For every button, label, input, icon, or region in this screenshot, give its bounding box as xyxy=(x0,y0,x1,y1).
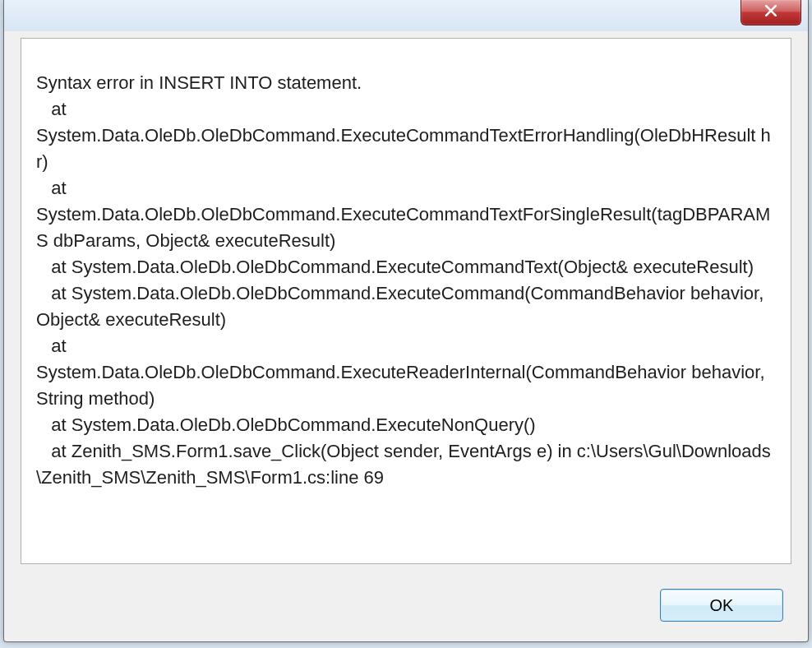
error-message-text: Syntax error in INSERT INTO statement. a… xyxy=(36,70,776,491)
message-box-dialog: Syntax error in INSERT INTO statement. a… xyxy=(3,0,809,642)
message-content-panel: Syntax error in INSERT INTO statement. a… xyxy=(21,38,791,564)
button-row: OK xyxy=(660,589,783,622)
titlebar[interactable] xyxy=(4,0,808,31)
close-icon xyxy=(764,5,778,20)
ok-button[interactable]: OK xyxy=(660,589,783,622)
close-button[interactable] xyxy=(740,0,801,25)
